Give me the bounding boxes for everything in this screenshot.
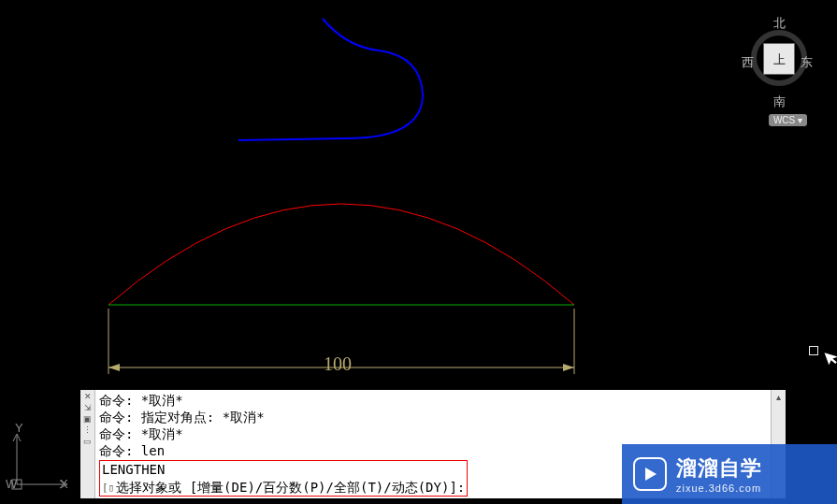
dim-arrow-left <box>108 364 120 371</box>
expand-icon[interactable]: ⇲ <box>84 404 92 412</box>
command-prompt[interactable]: 选择对象或 [增量(DE)/百分数(P)/全部(T)/动态(DY)]: <box>116 479 465 496</box>
ucs-y-label: Y <box>15 421 23 435</box>
view-cube[interactable]: 上 北 南 西 东 <box>738 6 818 99</box>
wcs-label: WCS <box>773 115 795 125</box>
active-command-highlight: LENGTHEN [▯ 选择对象或 [增量(DE)/百分数(P)/全部(T)/动… <box>99 460 468 497</box>
viewcube-east[interactable]: 东 <box>801 54 813 71</box>
command-panel-gutter[interactable]: ✕ ⇲ ▣ ⋮ ▭ <box>80 390 95 498</box>
ucs-x-label: X <box>60 477 68 491</box>
spline-curve[interactable] <box>238 19 423 140</box>
watermark-badge: 溜溜自学 zixue.3d66.com <box>622 444 837 504</box>
wcs-badge[interactable]: WCS ▾ <box>769 114 807 126</box>
ucs-icon: Y X W <box>7 428 73 497</box>
cmd-line: 命令: *取消* <box>99 392 767 409</box>
watermark-url: zixue.3d66.com <box>676 482 762 494</box>
dimension-text[interactable]: 100 <box>324 353 352 375</box>
command-prompt-icon: [▯ <box>102 482 114 494</box>
watermark-title: 溜溜自学 <box>676 454 762 482</box>
cmd-active: LENGTHEN <box>102 461 465 478</box>
viewcube-west[interactable]: 西 <box>742 54 754 71</box>
arc-entity[interactable] <box>108 204 574 305</box>
close-icon[interactable]: ✕ <box>84 393 92 401</box>
scroll-up-icon[interactable]: ▴ <box>776 392 781 402</box>
pick-box-cursor <box>809 346 818 355</box>
dots-icon[interactable]: ⋮ <box>83 426 92 435</box>
cmd-line: 命令: 指定对角点: *取消* <box>99 409 767 425</box>
cmd-line: 命令: *取消* <box>99 425 767 442</box>
viewcube-north[interactable]: 北 <box>773 15 786 32</box>
drawing-viewport[interactable]: 100 上 北 南 西 东 WCS ▾ Y X W ✕ ⇲ ▣ ⋮ <box>0 0 837 504</box>
dim-arrow-right <box>563 364 574 371</box>
pin-icon[interactable]: ▣ <box>83 415 92 424</box>
viewcube-top-face[interactable]: 上 <box>763 43 795 75</box>
viewcube-south[interactable]: 南 <box>773 94 786 110</box>
play-icon <box>633 457 667 491</box>
svg-marker-3 <box>645 468 657 481</box>
ucs-w-label: W <box>6 477 17 491</box>
handle-icon[interactable]: ▭ <box>83 438 92 446</box>
